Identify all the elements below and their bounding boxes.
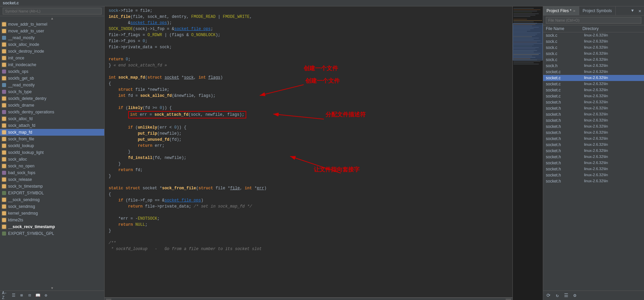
- sidebar-item-sock-fs-type[interactable]: sock_fs_type: [0, 88, 104, 95]
- az-sort-icon[interactable]: A-Z: [2, 292, 9, 299]
- right-panel-dropdown[interactable]: ▼: [629, 7, 636, 15]
- sidebar-item-sockfs-dname[interactable]: sockfs_dname: [0, 102, 104, 109]
- file-row-1[interactable]: sock.clinux-2.6.32\lin: [543, 38, 644, 45]
- file-row-13[interactable]: socket.hlinux-2.6.32\lin: [543, 111, 644, 117]
- scroll-right-btn[interactable]: ▶: [506, 299, 511, 300]
- right-panel-tab-bar: Project Files * ✕ Project Symbols ▼ ✕: [543, 6, 644, 16]
- sidebar-item-label: __read_mostly: [8, 83, 35, 87]
- tab-project-symbols[interactable]: Project Symbols: [579, 6, 616, 15]
- sidebar-item-sockfd-lookup[interactable]: sockfd_lookup: [0, 142, 104, 149]
- file-row-2[interactable]: sock.clinux-2.6.32\lin: [543, 45, 644, 51]
- file-row-18[interactable]: socket.hlinux-2.6.32\lin: [543, 142, 644, 148]
- dot-icon[interactable]: ⊡: [26, 292, 33, 299]
- tab-project-files[interactable]: Project Files * ✕: [543, 6, 579, 15]
- svg-rect-16: [2, 130, 6, 134]
- file-search-input[interactable]: [546, 17, 641, 24]
- global-icon: [1, 35, 7, 40]
- file-row-7[interactable]: socket.clinux-2.6.32\lin: [543, 75, 644, 81]
- sidebar-item-sock-release[interactable]: sock_release: [0, 176, 104, 183]
- sidebar-item---sock-sendmsg[interactable]: __sock_sendmsg: [0, 196, 104, 203]
- sidebar-item-label: init_inodecache: [8, 62, 36, 67]
- sidebar-item-sockfs-ops[interactable]: sockfs_ops: [0, 68, 104, 75]
- sidebar-item-sock-destroy-inode[interactable]: sock_destroy_inode: [0, 48, 104, 55]
- sidebar-item-sock-alloc-inode[interactable]: sock_alloc_inode: [0, 41, 104, 48]
- rp-settings-icon[interactable]: ⚙: [571, 292, 578, 299]
- sidebar-item-bad-sock-fops[interactable]: bad_sock_fops: [0, 169, 104, 176]
- sidebar-item-EXPORT-SYMBOL-GPL[interactable]: EXPORT_SYMBOL_GPL: [0, 230, 104, 237]
- file-row-10[interactable]: socket.clinux-2.6.32\lin: [543, 93, 644, 99]
- sidebar-item-sock-no-open[interactable]: sock_no_open: [0, 163, 104, 169]
- horizontal-scrollbar-area[interactable]: ◀ ▶: [105, 297, 512, 300]
- rp-refresh-icon[interactable]: ↻: [554, 292, 561, 299]
- file-row-9[interactable]: socket.clinux-2.6.32\lin: [543, 87, 644, 93]
- file-row-21[interactable]: socket.hlinux-2.6.32\lin: [543, 160, 644, 166]
- grid-icon[interactable]: ⊞: [18, 292, 25, 299]
- sidebar-item-init-once[interactable]: init_once: [0, 55, 104, 61]
- sidebar-item-label: sockfs_dentry_operations: [8, 110, 54, 114]
- file-dir-11: linux-2.6.32\lin: [584, 100, 641, 105]
- file-row-12[interactable]: socket.hlinux-2.6.32\lin: [543, 105, 644, 111]
- tab-project-files-close[interactable]: ✕: [573, 9, 576, 13]
- scroll-left-btn[interactable]: ◀: [106, 299, 111, 300]
- file-row-20[interactable]: socket.hlinux-2.6.32\lin: [543, 154, 644, 160]
- file-dir-7: linux-2.6.32\lin: [584, 76, 641, 80]
- sidebar-item---read-mostly[interactable]: __read_mostly: [0, 82, 104, 88]
- sidebar-item-label: sock_destroy_inode: [8, 49, 44, 54]
- sidebar-item-sockfs-dentry-operations[interactable]: sockfs_dentry_operations: [0, 109, 104, 115]
- code-content[interactable]: sock->file = file; init_file(file, sock_…: [105, 6, 512, 297]
- file-row-19[interactable]: socket.hlinux-2.6.32\lin: [543, 148, 644, 154]
- file-row-4[interactable]: sock.clinux-2.6.32\lin: [543, 57, 644, 63]
- sidebar-item-sockfs-get-sb[interactable]: sockfs_get_sb: [0, 75, 104, 82]
- sidebar-item-sock-sendmsg[interactable]: sock_sendmsg: [0, 203, 104, 210]
- rp-sync-icon[interactable]: ⟳: [545, 292, 552, 299]
- file-row-15[interactable]: socket.hlinux-2.6.32\lin: [543, 124, 644, 130]
- sidebar-item-move-addr-to-user[interactable]: move_addr_to_user: [0, 28, 104, 34]
- sidebar-item-move-addr-to-kernel[interactable]: move_addr_to_kernel: [0, 21, 104, 28]
- settings-icon[interactable]: ⚙: [43, 292, 49, 299]
- file-dir-5: linux-2.6.32\lin: [584, 63, 641, 68]
- sidebar-item-sock-attach-fd[interactable]: sock_attach_fd: [0, 122, 104, 129]
- sidebar-item-sockfs-delete-dentry[interactable]: sockfs_delete_dentry: [0, 95, 104, 102]
- file-row-8[interactable]: socket.clinux-2.6.32\lin: [543, 81, 644, 87]
- file-dir-16: linux-2.6.32\lin: [584, 130, 641, 135]
- sidebar-item-sockfd-lookup-light[interactable]: sockfd_lookup_light: [0, 149, 104, 156]
- sidebar-item-label: sockfd_lookup_light: [8, 150, 44, 155]
- svg-rect-5: [2, 56, 6, 60]
- sidebar-item-init-inodecache[interactable]: init_inodecache: [0, 61, 104, 68]
- rp-list-icon[interactable]: ☰: [563, 292, 569, 299]
- sidebar-item-ktime2ts[interactable]: ktime2ts: [0, 217, 104, 223]
- sidebar-scroll-down[interactable]: ▼: [0, 286, 104, 291]
- sidebar-item-sock-tx-timestamp[interactable]: sock_tx_timestamp: [0, 183, 104, 190]
- file-row-23[interactable]: socket.hlinux-2.6.32\lin: [543, 172, 644, 178]
- file-row-14[interactable]: socket.hlinux-2.6.32\lin: [543, 117, 644, 124]
- sidebar-item-label: init_once: [8, 56, 24, 60]
- sidebar-item-label: sock_map_fd: [8, 130, 32, 135]
- sidebar-scroll-up[interactable]: ▲: [0, 16, 104, 21]
- sidebar-item---read-mostly[interactable]: __read_mostly: [0, 34, 104, 41]
- file-row-3[interactable]: sock.clinux-2.6.32\lin: [543, 51, 644, 57]
- file-row-22[interactable]: socket.hlinux-2.6.32\lin: [543, 166, 644, 172]
- book-icon[interactable]: 📖: [34, 292, 41, 299]
- minimap-content[interactable]: [513, 6, 543, 300]
- sidebar-item-sock-from-file[interactable]: sock_from_file: [0, 136, 104, 142]
- file-row-5[interactable]: sock.hlinux-2.6.32\lin: [543, 63, 644, 69]
- file-row-17[interactable]: socket.hlinux-2.6.32\lin: [543, 136, 644, 142]
- file-row-16[interactable]: socket.hlinux-2.6.32\lin: [543, 130, 644, 136]
- sidebar-item-sock-map-fd[interactable]: sock_map_fd: [0, 129, 104, 136]
- symbol-search-input[interactable]: [3, 8, 102, 15]
- file-row-6[interactable]: socket.clinux-2.6.32\lin: [543, 69, 644, 75]
- sidebar-item-sock-alloc[interactable]: sock_alloc: [0, 156, 104, 163]
- sidebar-item-EXPORT-SYMBOL[interactable]: EXPORT_SYMBOL: [0, 190, 104, 196]
- file-dir-3: linux-2.6.32\lin: [584, 51, 641, 56]
- sidebar-item-sock-alloc-fd[interactable]: sock_alloc_fd: [0, 115, 104, 122]
- right-panel-close[interactable]: ✕: [636, 7, 644, 15]
- func-icon: [1, 28, 7, 34]
- file-name-24: socket.h: [546, 179, 584, 184]
- sidebar-item-kernel-sendmsg[interactable]: kernel_sendmsg: [0, 210, 104, 217]
- list-icon[interactable]: ☰: [10, 292, 17, 299]
- file-name-8: socket.c: [546, 82, 584, 86]
- file-row-24[interactable]: socket.hlinux-2.6.32\lin: [543, 178, 644, 184]
- file-row-11[interactable]: socket.hlinux-2.6.32\lin: [543, 99, 644, 105]
- file-row-0[interactable]: sock.clinux-2.6.32\lin: [543, 32, 644, 38]
- sidebar-item---sock-recv-timestamp[interactable]: __sock_recv_timestamp: [0, 223, 104, 230]
